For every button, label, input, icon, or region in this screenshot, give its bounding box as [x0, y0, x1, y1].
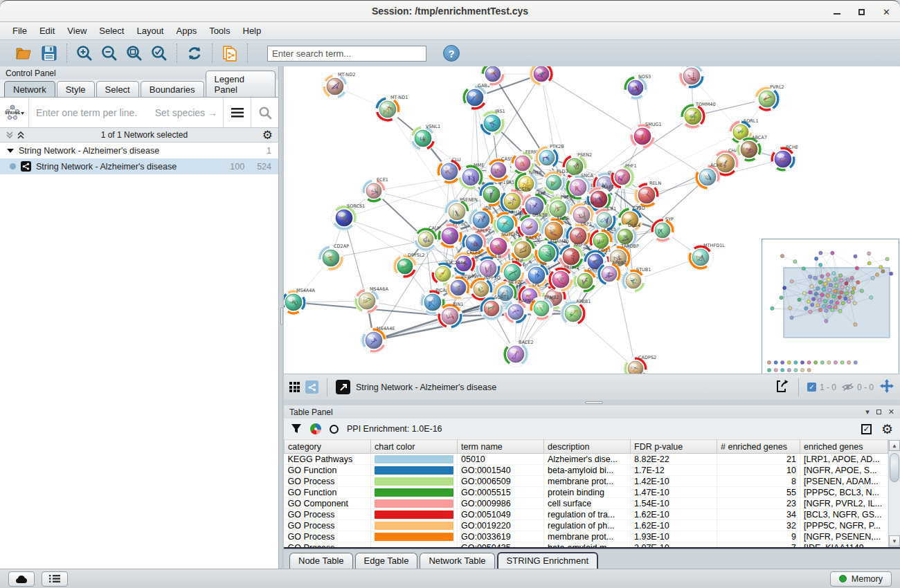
network-row[interactable]: String Network - Alzheimer's disease 100… — [0, 158, 278, 174]
network-node-cd2ap[interactable]: CD2AP — [318, 244, 350, 271]
tab-legend-panel[interactable]: Legend Panel — [206, 71, 276, 97]
table-row[interactable]: GO ProcessGO:0019220regulation of ph...1… — [285, 520, 888, 531]
network-node-bche[interactable]: BCHE — [771, 145, 798, 172]
column-header-1[interactable]: category — [285, 440, 371, 454]
scroll-up-icon[interactable]: ▲ — [889, 440, 900, 451]
enrichment-table[interactable]: categorychart colorterm namedescriptionF… — [284, 439, 888, 549]
open-file-button[interactable] — [15, 44, 33, 62]
tab-network-table[interactable]: Network Table — [420, 553, 494, 569]
scroll-down-icon[interactable]: ▼ — [889, 535, 900, 546]
network-from-file-icon[interactable] — [221, 44, 239, 62]
network-node-ache[interactable]: ACHE — [695, 163, 723, 190]
network-node-phf1[interactable]: PHF1 — [611, 163, 637, 190]
column-header-3[interactable]: term name — [458, 440, 544, 454]
network-node-syp[interactable]: SYP — [651, 217, 675, 243]
table-row[interactable]: GO ComponentGO:0009986cell surface1.54E-… — [285, 498, 888, 509]
tab-edge-table[interactable]: Edge Table — [355, 553, 418, 569]
vertical-splitter-grip[interactable] — [280, 307, 283, 325]
column-header-4[interactable]: description — [544, 440, 631, 454]
task-history-button[interactable] — [8, 571, 35, 587]
network-node-bace2[interactable]: BACE2 — [503, 340, 534, 367]
tab-select[interactable]: Select — [96, 81, 139, 97]
help-icon[interactable]: ? — [443, 45, 460, 62]
close-table-panel-icon[interactable]: ✕ — [888, 407, 894, 416]
tab-boundaries[interactable]: Boundaries — [141, 81, 204, 97]
table-row[interactable]: GO ProcessGO:0051049regulation of tra...… — [285, 509, 888, 520]
enrichment-settings-gear-icon[interactable]: ⚙ — [881, 423, 893, 436]
menu-apps[interactable]: Apps — [171, 24, 203, 38]
zoom-fit-icon[interactable] — [125, 44, 143, 62]
menu-tools[interactable]: Tools — [204, 24, 235, 38]
network-node-adamts2[interactable]: ADAMTS2 — [679, 66, 717, 89]
column-header-6[interactable]: # enriched genes — [717, 440, 800, 454]
menu-layout[interactable]: Layout — [131, 24, 169, 38]
table-row[interactable]: GO ProcessGO:0033619membrane prot...1.93… — [285, 531, 888, 542]
column-header-7[interactable]: enriched genes — [800, 440, 888, 454]
network-node-mthfd1l[interactable]: MTHFD1L — [688, 243, 726, 270]
zoom-in-icon[interactable] — [75, 44, 93, 62]
menu-view[interactable]: View — [62, 24, 92, 38]
menu-file[interactable]: File — [7, 24, 33, 38]
minimize-button[interactable] — [834, 8, 840, 17]
select-all-icon[interactable]: ✓ — [861, 424, 872, 434]
birds-eye-view[interactable] — [762, 239, 899, 376]
horizontal-splitter-grip[interactable] — [585, 401, 603, 404]
network-node-reln[interactable]: RELN — [634, 181, 662, 208]
network-node-pvrl2[interactable]: PVRL2 — [755, 84, 784, 112]
filter-icon[interactable] — [291, 423, 302, 434]
export-network-icon[interactable] — [775, 378, 790, 396]
close-button[interactable]: ✕ — [883, 8, 890, 17]
table-row[interactable]: GO ProcessGO:0006509membrane prot...1.42… — [285, 476, 888, 487]
network-node-gab2[interactable]: GAB2 — [462, 83, 491, 111]
network-node-cadps2[interactable]: CADPS2 — [624, 355, 657, 374]
network-node-ece1[interactable]: ECE1 — [362, 177, 388, 203]
tab-string-enrichment[interactable]: STRING Enrichment — [497, 552, 598, 569]
maximize-button[interactable] — [858, 8, 865, 17]
menu-help[interactable]: Help — [237, 24, 267, 38]
network-node-irs1[interactable]: IRS1 — [480, 109, 505, 136]
maximize-table-panel-icon[interactable] — [876, 410, 881, 414]
zoom-selected-icon[interactable] — [150, 44, 168, 62]
collapse-expand-icons[interactable] — [6, 131, 26, 140]
share-network-icon[interactable] — [305, 380, 318, 394]
network-node-nos3[interactable]: NOS3 — [624, 74, 651, 100]
network-node-mt-nd1[interactable]: MT-ND1 — [375, 95, 408, 122]
table-row[interactable]: GO FunctionGO:0005515protein binding1.47… — [285, 487, 888, 498]
string-search-icon[interactable] — [251, 98, 278, 127]
menu-select[interactable]: Select — [93, 24, 129, 38]
string-options-icon[interactable] — [223, 98, 251, 127]
network-node-plau[interactable]: PLAU — [481, 66, 508, 86]
network-node-vsnl1[interactable]: VSNL1 — [411, 124, 441, 151]
refresh-icon[interactable] — [186, 44, 204, 62]
task-list-button[interactable] — [42, 571, 68, 587]
table-row[interactable]: KEGG Pathways05010Alzheimer's dise...8.8… — [285, 454, 888, 465]
draw-charts-icon[interactable] — [310, 423, 321, 434]
float-table-panel-icon[interactable]: ▾ — [865, 407, 870, 416]
grid-view-icon[interactable] — [289, 382, 300, 392]
reset-charts-icon[interactable] — [330, 425, 339, 434]
tab-node-table[interactable]: Node Table — [289, 553, 353, 569]
zoom-out-icon[interactable] — [100, 44, 118, 62]
network-collection-row[interactable]: String Network - Alzheimer's disease 1 — [0, 143, 278, 158]
column-header-5[interactable]: FDR p-value — [631, 440, 717, 454]
column-header-2[interactable]: chart color — [371, 440, 458, 454]
table-row[interactable]: GO ProcessGO:0050435beta-amyloid m...2.0… — [285, 542, 888, 549]
network-node-ms4a4e[interactable]: MS4A4E — [361, 326, 395, 353]
network-node-hfe[interactable]: HFE — [530, 66, 554, 86]
network-node-tomm40[interactable]: TOMM40 — [681, 102, 716, 129]
network-node-stub1[interactable]: STUB1 — [622, 267, 651, 293]
tab-network[interactable]: Network — [4, 81, 55, 97]
set-species-link[interactable]: Set species → — [155, 107, 223, 118]
open-in-new-window-icon[interactable] — [336, 380, 350, 394]
network-node-mt-nd2[interactable]: MT-ND2 — [323, 72, 356, 100]
string-logo-dropdown[interactable]: STRING — [0, 98, 29, 127]
network-node-dpysl2[interactable]: DPYSL2 — [393, 252, 425, 279]
memory-button[interactable]: Memory — [830, 571, 892, 587]
network-panel-gear-icon[interactable]: ⚙ — [262, 129, 273, 141]
table-row[interactable]: GO FunctionGO:0001540beta-amyloid bi...1… — [285, 465, 888, 476]
table-vertical-scrollbar[interactable]: ▲ ▼ — [888, 439, 900, 547]
tab-style[interactable]: Style — [57, 81, 95, 97]
string-query-input[interactable]: Enter one term per line. — [29, 107, 155, 118]
network-node-ms4a4a[interactable]: MS4A4A — [284, 288, 315, 315]
search-input[interactable] — [267, 46, 426, 62]
